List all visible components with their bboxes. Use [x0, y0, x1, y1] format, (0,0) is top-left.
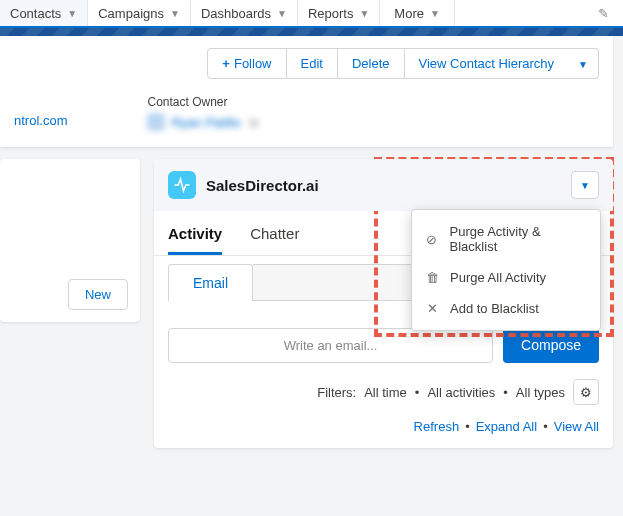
nav-more[interactable]: More ▼ — [380, 0, 455, 26]
view-hierarchy-button[interactable]: View Contact Hierarchy — [405, 48, 569, 79]
trash-icon: 🗑 — [424, 270, 440, 285]
contact-owner-name: Ryan Patillo — [171, 115, 240, 130]
pulse-icon — [168, 171, 196, 199]
chevron-down-icon[interactable]: ▼ — [430, 8, 440, 19]
chevron-down-icon[interactable]: ▼ — [170, 8, 180, 19]
more-actions-button[interactable]: ▼ — [568, 48, 599, 79]
menu-purge-all[interactable]: 🗑 Purge All Activity — [412, 262, 600, 293]
compose-button-label: Compose — [521, 337, 581, 353]
widget-header: SalesDirector.ai ▼ ⊘ Purge Activity & Bl… — [154, 159, 613, 211]
compose-button[interactable]: Compose — [503, 327, 599, 363]
expand-all-link[interactable]: Expand All — [476, 419, 537, 434]
separator-dot: • — [465, 419, 470, 434]
follow-label: Follow — [234, 56, 272, 71]
delete-button[interactable]: Delete — [338, 48, 405, 79]
widget-title: SalesDirector.ai — [206, 177, 319, 194]
edit-nav-icon[interactable]: ✎ — [584, 6, 623, 21]
chevron-down-icon[interactable]: ▼ — [359, 8, 369, 19]
new-button[interactable]: New — [68, 279, 128, 310]
plus-icon: + — [222, 56, 230, 71]
nav-more-label: More — [394, 6, 424, 21]
tab-chatter-label: Chatter — [250, 225, 299, 242]
view-all-link[interactable]: View All — [554, 419, 599, 434]
separator-dot: • — [543, 419, 548, 434]
nav-dashboards-label: Dashboards — [201, 6, 271, 21]
cancel-icon: ✕ — [424, 301, 440, 316]
avatar — [147, 113, 165, 131]
tab-activity[interactable]: Activity — [168, 225, 222, 255]
refresh-label: Refresh — [414, 419, 460, 434]
expand-label: Expand All — [476, 419, 537, 434]
edit-button[interactable]: Edit — [287, 48, 338, 79]
ban-icon: ⊘ — [424, 232, 440, 247]
menu-add-blacklist[interactable]: ✕ Add to Blacklist — [412, 293, 600, 324]
contact-owner-field: Contact Owner Ryan Patillo ⇲ — [147, 95, 257, 131]
caret-down-icon: ▼ — [578, 59, 588, 70]
tab-chatter[interactable]: Chatter — [250, 225, 299, 255]
widget-menu-button[interactable]: ▼ — [571, 171, 599, 199]
record-actions: +Follow Edit Delete View Contact Hierarc… — [0, 36, 613, 91]
filter-types[interactable]: All types — [516, 385, 565, 400]
filters-row: Filters: All time • All activities • All… — [154, 373, 613, 411]
filter-settings-button[interactable]: ⚙ — [573, 379, 599, 405]
website-link[interactable]: ntrol.com — [14, 95, 67, 128]
caret-down-icon: ▼ — [580, 180, 590, 191]
email-placeholder: Write an email... — [284, 338, 378, 353]
decorative-band — [0, 28, 623, 36]
menu-purge-all-label: Purge All Activity — [450, 270, 546, 285]
change-owner-icon[interactable]: ⇲ — [247, 115, 258, 130]
nav-campaigns[interactable]: Campaigns ▼ — [88, 0, 191, 26]
website-link-text: ntrol.com — [14, 113, 67, 128]
gear-icon: ⚙ — [580, 385, 592, 400]
menu-purge-blacklist-label: Purge Activity & Blacklist — [450, 224, 588, 254]
separator-dot: • — [415, 385, 420, 400]
record-header: +Follow Edit Delete View Contact Hierarc… — [0, 36, 613, 147]
nav-campaigns-label: Campaigns — [98, 6, 164, 21]
subtab-email-label: Email — [193, 275, 228, 291]
nav-reports-label: Reports — [308, 6, 354, 21]
hierarchy-label: View Contact Hierarchy — [419, 56, 555, 71]
chevron-down-icon[interactable]: ▼ — [277, 8, 287, 19]
filter-activities[interactable]: All activities — [427, 385, 495, 400]
footer-links: Refresh • Expand All • View All — [154, 411, 613, 448]
menu-purge-blacklist[interactable]: ⊘ Purge Activity & Blacklist — [412, 216, 600, 262]
nav-contacts[interactable]: Contacts ▼ — [0, 0, 88, 26]
nav-reports[interactable]: Reports ▼ — [298, 0, 380, 26]
nav-dashboards[interactable]: Dashboards ▼ — [191, 0, 298, 26]
widget-menu: ⊘ Purge Activity & Blacklist 🗑 Purge All… — [411, 209, 601, 331]
nav-contacts-label: Contacts — [10, 6, 61, 21]
email-input[interactable]: Write an email... — [168, 328, 493, 363]
subtab-email[interactable]: Email — [168, 264, 253, 301]
salesdirector-widget: SalesDirector.ai ▼ ⊘ Purge Activity & Bl… — [154, 159, 613, 448]
chevron-down-icon[interactable]: ▼ — [67, 8, 77, 19]
menu-add-blacklist-label: Add to Blacklist — [450, 301, 539, 316]
view-label: View All — [554, 419, 599, 434]
tab-activity-label: Activity — [168, 225, 222, 242]
new-button-label: New — [85, 287, 111, 302]
top-nav: Contacts ▼ Campaigns ▼ Dashboards ▼ Repo… — [0, 0, 623, 28]
filters-label: Filters: — [317, 385, 356, 400]
follow-button[interactable]: +Follow — [207, 48, 286, 79]
edit-label: Edit — [301, 56, 323, 71]
separator-dot: • — [503, 385, 508, 400]
contact-owner-value[interactable]: Ryan Patillo ⇲ — [147, 113, 257, 131]
delete-label: Delete — [352, 56, 390, 71]
related-panel: New — [0, 159, 140, 322]
filter-time[interactable]: All time — [364, 385, 407, 400]
contact-owner-label: Contact Owner — [147, 95, 257, 109]
refresh-link[interactable]: Refresh — [414, 419, 460, 434]
